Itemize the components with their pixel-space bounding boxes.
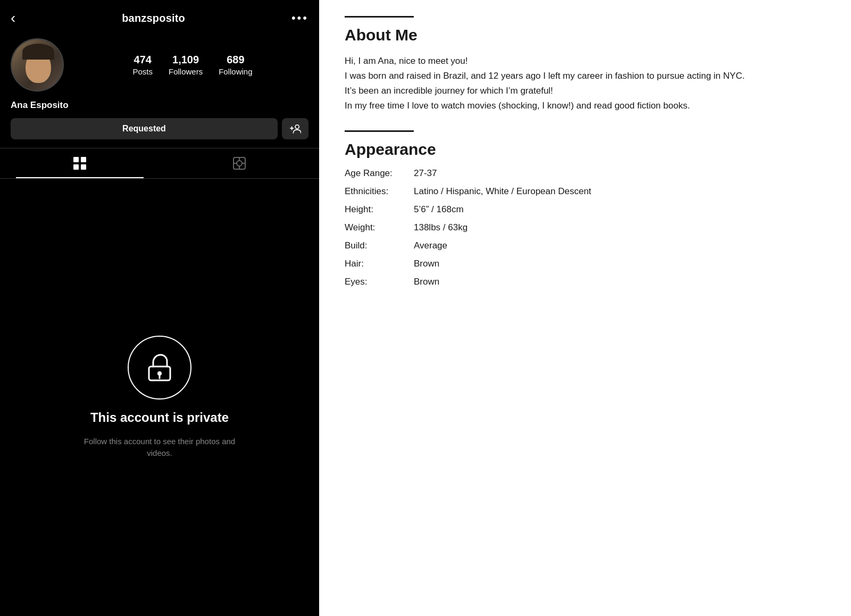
avatar	[11, 38, 64, 91]
right-panel: About Me Hi, I am Ana, nice to meet you!…	[319, 0, 851, 616]
appearance-label: Ethnicities:	[345, 186, 414, 197]
private-subtitle: Follow this account to see their photos …	[80, 436, 239, 460]
lock-icon	[144, 352, 176, 384]
appearance-row: Build: Average	[345, 240, 825, 251]
appearance-row: Weight: 138lbs / 63kg	[345, 222, 825, 233]
svg-rect-4	[73, 164, 79, 170]
private-section: This account is private Follow this acco…	[0, 179, 319, 616]
appearance-label: Age Range:	[345, 168, 414, 179]
avatar-image	[12, 39, 63, 90]
posts-stat: 474 Posts	[132, 54, 153, 76]
stats-row: 474 Posts 1,109 Followers 689 Following	[77, 54, 308, 76]
tabs-row	[0, 148, 319, 179]
appearance-row: Age Range: 27-37	[345, 168, 825, 179]
appearance-value: 27-37	[414, 168, 437, 179]
appearance-row: Height: 5’6” / 168cm	[345, 204, 825, 215]
top-bar: ‹ banzsposito •••	[0, 0, 319, 33]
more-options-button[interactable]: •••	[291, 11, 308, 25]
lock-circle	[128, 336, 191, 399]
appearance-value: Brown	[414, 277, 439, 287]
appearance-fields: Age Range: 27-37Ethnicities: Latino / Hi…	[345, 168, 825, 287]
posts-label: Posts	[132, 67, 153, 76]
action-buttons: Requested	[0, 118, 319, 148]
appearance-label: Weight:	[345, 222, 414, 233]
add-user-button[interactable]	[282, 118, 308, 139]
requested-button[interactable]: Requested	[11, 118, 278, 139]
tab-grid[interactable]	[0, 148, 160, 178]
about-divider	[345, 16, 414, 18]
appearance-label: Build:	[345, 240, 414, 251]
svg-rect-5	[81, 164, 86, 170]
appearance-value: 5’6” / 168cm	[414, 204, 464, 215]
appearance-label: Hair:	[345, 259, 414, 269]
followers-stat[interactable]: 1,109 Followers	[169, 54, 203, 76]
appearance-row: Ethnicities: Latino / Hispanic, White / …	[345, 186, 825, 197]
following-count: 689	[227, 54, 244, 66]
tag-icon	[232, 156, 247, 171]
svg-point-7	[237, 161, 242, 166]
appearance-label: Eyes:	[345, 277, 414, 287]
appearance-value: Brown	[414, 259, 439, 269]
grid-icon	[72, 156, 87, 171]
posts-count: 474	[134, 54, 152, 66]
back-button[interactable]: ‹	[11, 10, 15, 27]
appearance-row: Eyes: Brown	[345, 277, 825, 287]
person-plus-icon	[289, 123, 301, 134]
appearance-row: Hair: Brown	[345, 259, 825, 269]
svg-rect-2	[73, 157, 79, 162]
display-name: Ana Esposito	[0, 100, 319, 118]
appearance-value: Average	[414, 240, 447, 251]
appearance-value: Latino / Hispanic, White / European Desc…	[414, 186, 591, 197]
svg-rect-3	[81, 157, 86, 162]
following-label: Following	[219, 67, 252, 76]
username: banzsposito	[122, 12, 185, 24]
appearance-label: Height:	[345, 204, 414, 215]
left-panel: ‹ banzsposito ••• 474 Posts 1,109 Follow…	[0, 0, 319, 616]
tab-tagged[interactable]	[160, 148, 319, 178]
about-text: Hi, I am Ana, nice to meet you!I was bor…	[345, 54, 825, 113]
appearance-divider	[345, 130, 414, 132]
following-stat[interactable]: 689 Following	[219, 54, 252, 76]
appearance-value: 138lbs / 63kg	[414, 222, 468, 233]
profile-section: 474 Posts 1,109 Followers 689 Following	[0, 33, 319, 100]
followers-label: Followers	[169, 67, 203, 76]
appearance-title: Appearance	[345, 140, 825, 159]
followers-count: 1,109	[172, 54, 199, 66]
private-title: This account is private	[90, 410, 229, 425]
about-title: About Me	[345, 26, 825, 44]
